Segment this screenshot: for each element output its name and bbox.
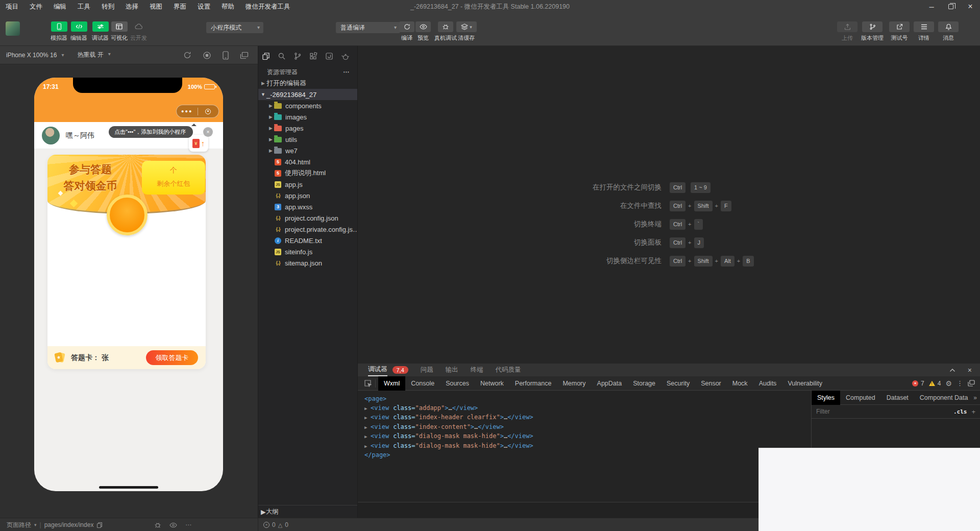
more-dots-icon[interactable]: ●●● (177, 105, 198, 117)
editor-toggle-button[interactable]: 编辑器 (70, 21, 87, 42)
copy-path-icon[interactable] (96, 522, 103, 528)
devtools-tab-security[interactable]: Security (661, 376, 695, 391)
file-404-html[interactable]: 5 404.html (258, 156, 357, 167)
debugger-toggle-button[interactable]: 调试器 (92, 21, 109, 42)
cls-toggle[interactable]: .cls (953, 408, 967, 415)
hot-reload-select[interactable]: 热重载 开 (72, 51, 111, 59)
warnings-icon[interactable]: △ (278, 522, 282, 528)
menu-project[interactable]: 项目 (0, 0, 24, 13)
file-app-json[interactable]: {..} app.json (258, 190, 357, 201)
file-project-config[interactable]: {..} project.config.json (258, 212, 357, 224)
tooltip-close-icon[interactable]: × (203, 127, 213, 137)
device-select[interactable]: iPhone X 100% 16 (1, 52, 65, 59)
kebab-menu-icon[interactable]: ⋮ (957, 379, 963, 387)
folder-images[interactable]: ▶ images (258, 111, 357, 123)
devtools-tab-mock[interactable]: Mock (727, 376, 753, 391)
more-status-icon[interactable]: ⋯ (185, 521, 191, 528)
search-icon[interactable] (278, 52, 286, 60)
close-panel-icon[interactable]: × (968, 366, 972, 374)
preview-button[interactable]: 预览 (415, 21, 431, 42)
maximize-icon[interactable] (941, 0, 961, 13)
collapse-chevron-icon[interactable] (949, 368, 955, 372)
new-rule-icon[interactable]: + (971, 408, 975, 416)
devtools-tab-storage[interactable]: Storage (627, 376, 661, 391)
menu-select[interactable]: 选择 (120, 0, 144, 13)
gear-icon[interactable]: ⚙ (945, 379, 952, 388)
mode-select[interactable]: 小程序模式 (206, 22, 263, 33)
details-button[interactable]: 详情 (914, 21, 934, 42)
device-frame-icon[interactable] (223, 51, 229, 60)
more-tabs-icon[interactable]: » (973, 394, 977, 401)
section-project-root[interactable]: ▼ _-269213684_27 (258, 89, 357, 100)
menu-wechat-devtools[interactable]: 微信开发者工具 (240, 0, 296, 13)
devtools-tab-performance[interactable]: Performance (509, 376, 557, 391)
multi-window-icon[interactable] (240, 52, 249, 59)
devtools-tab-wxml[interactable]: Wxml (378, 376, 405, 391)
file-app-js[interactable]: JS app.js (258, 179, 357, 190)
files-icon[interactable] (262, 52, 270, 60)
menu-view[interactable]: 视图 (144, 0, 168, 13)
inspect-element-icon[interactable] (364, 379, 372, 387)
claim-answer-card-button[interactable]: 领取答题卡 (146, 350, 198, 365)
teapot-icon[interactable] (341, 53, 350, 60)
extensions-icon[interactable] (309, 52, 317, 60)
file-sitemap-json[interactable]: {..} sitemap.json (258, 257, 357, 269)
record-icon[interactable] (203, 51, 211, 60)
devtools-tab-vulnerability[interactable]: Vulnerability (782, 376, 828, 391)
error-count-icon[interactable]: × (912, 380, 918, 387)
cloud-dev-button[interactable]: 云开发 (130, 21, 147, 42)
wxml-line[interactable]: ▶<viewclass="dialog-mask mask-hide">…</v… (364, 432, 811, 442)
compile-button[interactable]: 编译 (399, 21, 414, 42)
section-outline[interactable]: ▶ 大纲 (258, 505, 357, 518)
expand-icon[interactable]: ▶ (364, 432, 371, 442)
applet-panel-icon[interactable] (325, 52, 333, 60)
folder-utils[interactable]: ▶ utils (258, 134, 357, 145)
device-debug-button[interactable]: 真机调试 (434, 21, 457, 42)
devtools-tab-memory[interactable]: Memory (557, 376, 591, 391)
devtools-tab-network[interactable]: Network (475, 376, 509, 391)
debug-status-icon[interactable] (154, 522, 161, 528)
devtools-tab-appdata[interactable]: AppData (592, 376, 628, 391)
file-project-private-config[interactable]: {..} project.private.config.js… (258, 224, 357, 235)
close-target-icon[interactable] (198, 109, 219, 114)
tab-terminal[interactable]: 终端 (471, 366, 483, 374)
expand-icon[interactable]: ▶ (364, 404, 371, 414)
dock-side-icon[interactable] (968, 380, 975, 387)
source-control-icon[interactable] (293, 52, 302, 60)
wxml-line[interactable]: ▶<viewclass="index-header clearfix">…</v… (364, 413, 811, 423)
file-app-wxss[interactable]: 3 app.wxss (258, 201, 357, 212)
tab-component-data[interactable]: Component Data (914, 391, 974, 405)
user-avatar[interactable] (6, 21, 20, 36)
file-usage-html[interactable]: 5 使用说明.html (258, 167, 357, 179)
tab-output[interactable]: 输出 (446, 366, 458, 374)
menu-settings[interactable]: 设置 (192, 0, 216, 13)
wxml-line[interactable]: ▶<viewclass="index-content">…</view> (364, 423, 811, 432)
simulator-toggle-button[interactable]: 模拟器 (51, 21, 67, 42)
red-packet-float-widget[interactable]: ↑ (189, 135, 208, 152)
expand-icon[interactable]: ▶ (364, 423, 371, 432)
menu-tools[interactable]: 工具 (72, 0, 96, 13)
minimize-icon[interactable]: ─ (922, 0, 941, 13)
file-siteinfo-js[interactable]: JS siteinfo.js (258, 246, 357, 257)
watch-status-icon[interactable] (169, 522, 177, 528)
errors-icon[interactable]: × (263, 522, 270, 528)
menu-edit[interactable]: 编辑 (48, 0, 72, 13)
devtools-tab-sources[interactable]: Sources (440, 376, 475, 391)
tab-problems[interactable]: 问题 (421, 366, 433, 374)
folder-pages[interactable]: ▶ pages (258, 123, 357, 134)
menu-goto[interactable]: 转到 (96, 0, 120, 13)
tab-debugger[interactable]: 调试器 (368, 364, 387, 376)
test-account-button[interactable]: 测试号 (889, 21, 910, 42)
rotate-refresh-icon[interactable] (183, 51, 191, 59)
devtools-tab-sensor[interactable]: Sensor (695, 376, 727, 391)
wxml-line[interactable]: ▶<viewclass="addapp">…</view> (364, 404, 811, 414)
compile-mode-select[interactable]: 普通编译 (336, 22, 400, 33)
version-control-button[interactable]: 版本管理 (861, 21, 884, 42)
warning-count-icon[interactable] (929, 381, 935, 386)
upload-button[interactable]: 上传 (837, 21, 857, 42)
visual-toggle-button[interactable]: 可视化 (111, 21, 128, 42)
menu-interface[interactable]: 界面 (168, 0, 192, 13)
tab-dataset[interactable]: Dataset (881, 391, 914, 405)
tab-computed[interactable]: Computed (840, 391, 881, 405)
close-icon[interactable]: × (961, 0, 980, 13)
